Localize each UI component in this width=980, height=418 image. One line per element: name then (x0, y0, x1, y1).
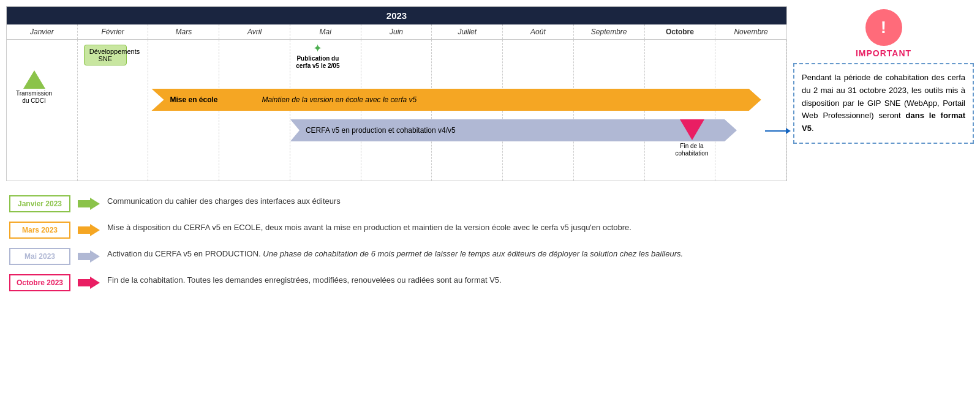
svg-marker-2 (78, 250, 100, 263)
mai-text-normal: Activation du CERFA v5 en PRODUCTION. (107, 249, 263, 258)
right-section: ! IMPORTANT Pendant la période de cohabi… (793, 6, 974, 295)
legend-item-octobre: Octobre 2023 Fin de la cohabitation. Tou… (9, 274, 784, 292)
legend-badge-mai: Mai 2023 (9, 248, 70, 265)
legend-text-octobre: Fin de la cohabitation. Toutes les deman… (107, 274, 502, 286)
legend-badge-janvier: Janvier 2023 (9, 195, 70, 212)
month-juillet: Juillet (432, 24, 503, 39)
legend-item-mars: Mars 2023 Mise à disposition du CERFA v5… (9, 222, 784, 239)
pin-icon: ✦ (293, 43, 342, 54)
legend-badge-octobre: Octobre 2023 (9, 274, 70, 291)
legend-badge-mars: Mars 2023 (9, 222, 70, 239)
fin-cohabitation-block: Fin de la cohabitation (676, 119, 709, 157)
mai-text-italic: Une phase de cohabitation de 6 mois perm… (263, 249, 683, 258)
mise-en-ecole-bar: Mise en école Maintien de la version en … (151, 89, 761, 111)
timeline-body: Développements SNE Transmissiondu CDCI ✦… (7, 40, 786, 181)
month-avril: Avril (219, 24, 290, 39)
legend-arrow-janvier (78, 196, 100, 213)
important-icon: ! (865, 9, 902, 46)
legend-item-mai: Mai 2023 Activation du CERFA v5 en PRODU… (9, 248, 784, 266)
svg-marker-1 (78, 224, 100, 236)
svg-marker-3 (78, 277, 100, 289)
fin-cohabitation-icon (680, 119, 704, 140)
important-label: IMPORTANT (856, 48, 911, 58)
timeline-container: 2023 Janvier Février Mars Avril Mai Juin… (6, 6, 787, 181)
important-text-period: . (812, 124, 814, 133)
publication-block: ✦ Publication ducerfa v5 le 2/05 (293, 43, 342, 70)
legend-text-mai: Activation du CERFA v5 en PRODUCTION. Un… (107, 248, 683, 260)
timeline-header: 2023 (7, 7, 786, 24)
timeline-year: 2023 (386, 10, 407, 21)
cerfa-prod-label: CERFA v5 en production et cohabitation v… (290, 126, 456, 135)
legend-arrow-mai (78, 249, 100, 266)
month-octobre: Octobre (645, 24, 716, 39)
legend-text-mars: Mise à disposition du CERFA v5 en ECOLE,… (107, 222, 631, 234)
timeline-months: Janvier Février Mars Avril Mai Juin Juil… (7, 24, 786, 40)
legend-item-janvier: Janvier 2023 Communication du cahier des… (9, 195, 784, 213)
transmission-triangle-icon (23, 70, 45, 89)
legend-text-janvier: Communication du cahier des charges des … (107, 195, 341, 207)
legend-section: Janvier 2023 Communication du cahier des… (6, 186, 787, 295)
sne-dev-block: Développements SNE (84, 45, 127, 65)
month-septembre: Septembre (574, 24, 645, 39)
fin-cohabitation-label: Fin de la cohabitation (676, 143, 709, 157)
important-box: Pendant la période de cohabitation des c… (793, 63, 974, 144)
month-novembre: Novembre (715, 24, 786, 39)
month-fevrier: Février (78, 24, 149, 39)
grid-line-0 (7, 40, 78, 181)
month-aout: Août (503, 24, 574, 39)
month-janvier: Janvier (7, 24, 78, 39)
legend-arrow-mars (78, 223, 100, 239)
transmission-label: Transmissiondu CDCI (16, 90, 52, 105)
legend-arrow-octobre (78, 275, 100, 292)
month-mai: Mai (290, 24, 361, 39)
cerfa-bar: CERFA v5 en production et cohabitation v… (290, 119, 737, 141)
maintien-label: Maintien de la version en école avec le … (243, 95, 417, 104)
arrow-to-important (765, 130, 786, 132)
svg-marker-0 (78, 198, 100, 210)
transmission-block: Transmissiondu CDCI (16, 70, 52, 105)
publication-label: Publication ducerfa v5 le 2/05 (293, 55, 342, 70)
month-mars: Mars (148, 24, 219, 39)
month-juin: Juin (361, 24, 432, 39)
